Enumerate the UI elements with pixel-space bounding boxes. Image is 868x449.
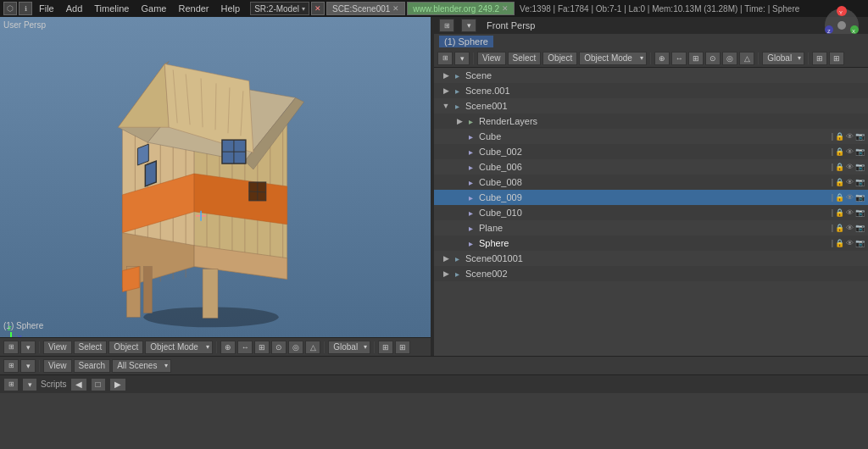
script-prev-btn[interactable]: ◀ — [70, 378, 87, 391]
scene-tab-close[interactable]: ✕ — [392, 4, 399, 13]
eye-icon-plane[interactable]: 👁 — [846, 224, 854, 232]
tree-arrow-renderlayers[interactable]: ▶ — [454, 117, 465, 125]
cursor-icon[interactable]: ⊕ — [220, 341, 236, 354]
scene-dropdown[interactable]: SR:2-Model ▾ — [250, 2, 309, 15]
object-menu-btn[interactable]: Object — [108, 341, 143, 354]
tree-arrow-scene002[interactable]: ▶ — [441, 269, 451, 278]
viewport-icon2[interactable]: ⊞ — [395, 341, 410, 354]
render-mode-icon[interactable]: △ — [305, 341, 320, 354]
lock-icon-cube006[interactable]: 🔒 — [835, 163, 844, 171]
dropdown-arrow[interactable]: ▾ — [20, 341, 36, 354]
right-prop-icon[interactable]: ◎ — [722, 52, 737, 65]
script-stop-btn[interactable]: □ — [91, 378, 106, 391]
right-widget-icon[interactable]: ⊞ — [439, 19, 454, 32]
script-widget-icon[interactable]: ⊞ — [3, 378, 19, 391]
tree-item-plane[interactable]: ▸ Plane | 🔒 👁 📷 — [434, 220, 868, 236]
right-global-dropdown[interactable]: Global — [762, 52, 804, 65]
restrict-view-icon-cube006[interactable]: | — [832, 163, 833, 171]
render-icon-cube009[interactable]: 📷 — [855, 193, 865, 202]
render-icon-cube[interactable]: 📷 — [855, 132, 865, 141]
snap-icon[interactable]: ⊙ — [271, 341, 287, 354]
restrict-view-icon-plane[interactable]: | — [832, 224, 833, 232]
tree-arrow-scene001001[interactable]: ▶ — [441, 254, 451, 263]
render-icon-cube008[interactable]: 📷 — [855, 178, 865, 186]
lock-icon-cube010[interactable]: 🔒 — [835, 208, 844, 217]
menu-timeline[interactable]: Timeline — [89, 3, 134, 14]
bottom-view-btn[interactable]: View — [43, 359, 72, 373]
bottom-search-btn[interactable]: Search — [74, 359, 111, 373]
tree-item-cube[interactable]: ▸ Cube | 🔒 👁 📷 — [434, 129, 868, 144]
grid-icon[interactable]: ⊞ — [254, 341, 270, 354]
tree-arrow-scene001[interactable]: ▶ — [441, 86, 451, 95]
right-transform-icon[interactable]: ↔ — [671, 52, 687, 65]
lock-icon-cube[interactable]: 🔒 — [835, 132, 844, 141]
restrict-view-icon-sphere[interactable]: | — [832, 239, 833, 247]
lock-icon-cube002[interactable]: 🔒 — [835, 147, 844, 156]
render-icon-cube006[interactable]: 📷 — [855, 163, 865, 171]
render-icon-sphere[interactable]: 📷 — [855, 239, 865, 247]
restrict-view-icon-cube008[interactable]: | — [832, 178, 833, 186]
bottom-widget-icon[interactable]: ⊞ — [3, 359, 19, 373]
tree-item-renderlayers[interactable]: ▶ ▸ RenderLayers — [434, 114, 868, 129]
right-vp-icon1[interactable]: ⊞ — [812, 52, 827, 65]
right-select-btn[interactable]: Select — [508, 52, 542, 65]
menu-add[interactable]: Add — [61, 3, 88, 14]
restrict-view-icon-cube009[interactable]: | — [832, 193, 833, 202]
eye-icon-cube009[interactable]: 👁 — [846, 193, 854, 202]
viewport-icon1[interactable]: ⊞ — [378, 341, 393, 354]
proportional-icon[interactable]: ◎ — [288, 341, 303, 354]
right-dropdown-btn[interactable]: ▾ — [454, 52, 470, 65]
right-mode-dropdown[interactable]: Object Mode — [579, 52, 647, 65]
right-render-icon[interactable]: △ — [739, 52, 754, 65]
right-dropdown-icon[interactable]: ▾ — [461, 19, 476, 32]
url-tab[interactable]: www.blender.org 249.2 ✕ — [407, 2, 515, 15]
right-view-btn[interactable]: View — [477, 52, 506, 65]
tree-item-cube006[interactable]: ▸ Cube_006 | 🔒 👁 📷 — [434, 159, 868, 175]
global-dropdown[interactable]: Global — [328, 341, 370, 354]
tree-item-cube010[interactable]: ▸ Cube_010 | 🔒 👁 📷 — [434, 205, 868, 220]
render-icon-cube002[interactable]: 📷 — [855, 147, 865, 156]
widget-icon[interactable]: ⊞ — [3, 341, 19, 354]
menu-file[interactable]: File — [34, 3, 59, 14]
render-icon-cube010[interactable]: 📷 — [855, 208, 865, 217]
script-dropdown-icon[interactable]: ▾ — [22, 378, 37, 391]
close-scene-btn[interactable]: ✕ — [311, 2, 325, 15]
tree-arrow-scene001_2[interactable]: ▼ — [441, 102, 451, 110]
tree-item-scene001_2[interactable]: ▼ ▸ Scene001 — [434, 98, 868, 114]
all-scenes-dropdown[interactable]: All Scenes — [112, 359, 171, 373]
tree-item-scene002[interactable]: ▶ ▸ Scene002 — [434, 266, 868, 281]
eye-icon-cube006[interactable]: 👁 — [846, 163, 854, 171]
render-icon-plane[interactable]: 📷 — [855, 224, 865, 232]
right-vp-icon2[interactable]: ⊞ — [829, 52, 844, 65]
restrict-view-icon-cube010[interactable]: | — [832, 208, 833, 217]
select-menu-btn[interactable]: Select — [74, 341, 108, 354]
url-tab-close[interactable]: ✕ — [502, 4, 509, 13]
right-widget-btn[interactable]: ⊞ — [437, 52, 453, 65]
view-menu-btn[interactable]: View — [43, 341, 72, 354]
lock-icon-sphere[interactable]: 🔒 — [835, 239, 844, 247]
eye-icon-cube002[interactable]: 👁 — [846, 147, 854, 156]
restrict-view-icon-cube[interactable]: | — [832, 132, 833, 141]
eye-icon-cube[interactable]: 👁 — [846, 132, 854, 141]
transform-icon[interactable]: ↔ — [237, 341, 253, 354]
right-grid-icon[interactable]: ⊞ — [688, 52, 704, 65]
menu-game[interactable]: Game — [136, 3, 171, 14]
tree-item-cube002[interactable]: ▸ Cube_002 | 🔒 👁 📷 — [434, 144, 868, 159]
bottom-dropdown-icon[interactable]: ▾ — [20, 359, 36, 373]
eye-icon-cube008[interactable]: 👁 — [846, 178, 854, 186]
right-snap-icon[interactable]: ⊙ — [705, 52, 721, 65]
script-next-btn[interactable]: ▶ — [109, 378, 126, 391]
lock-icon-plane[interactable]: 🔒 — [835, 224, 844, 232]
right-object-btn[interactable]: Object — [542, 52, 577, 65]
restrict-view-icon-cube002[interactable]: | — [832, 147, 833, 156]
lock-icon-cube008[interactable]: 🔒 — [835, 178, 844, 186]
tree-item-sphere[interactable]: ▸ Sphere | 🔒 👁 📷 — [434, 236, 868, 251]
tree-item-scene[interactable]: ▶ ▸ Scene — [434, 68, 868, 83]
tree-item-scene001[interactable]: ▶ ▸ Scene.001 — [434, 83, 868, 98]
left-viewport[interactable]: User Persp (1) Sphere X Z Y ⊞ ▾ View Sel… — [0, 17, 431, 356]
menu-help[interactable]: Help — [216, 3, 246, 14]
tree-item-scene001001[interactable]: ▶ ▸ Scene001001 — [434, 251, 868, 266]
tree-item-cube009[interactable]: ▸ Cube_009 | 🔒 👁 📷 — [434, 190, 868, 205]
eye-icon-cube010[interactable]: 👁 — [846, 208, 854, 217]
lock-icon-cube009[interactable]: 🔒 — [835, 193, 844, 202]
